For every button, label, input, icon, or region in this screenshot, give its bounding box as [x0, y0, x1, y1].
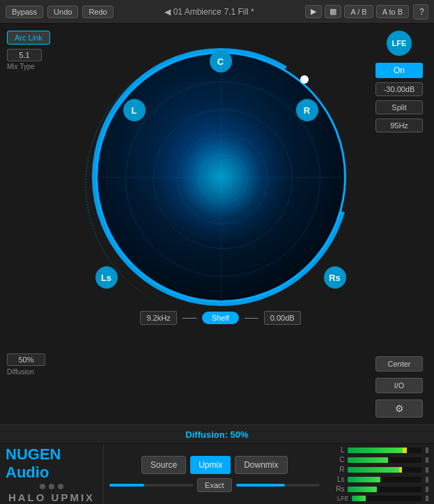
center-button[interactable]: Center — [375, 356, 423, 372]
logo-dot-1 — [40, 484, 45, 489]
speaker-l[interactable]: L — [123, 99, 146, 121]
meter-dot-LFE — [426, 496, 428, 501]
exact-row: Exact — [109, 478, 320, 492]
meter-row-R: R — [331, 466, 428, 473]
meter-label-Rs: Rs — [331, 485, 345, 493]
ab-button[interactable]: A / B — [344, 5, 373, 18]
undo-button[interactable]: Undo — [47, 6, 78, 18]
eq-freq[interactable]: 9.2kHz — [140, 311, 176, 325]
eq-line-left — [183, 318, 196, 319]
meter-row-C: C — [331, 456, 428, 464]
status-bar: Diffusion: 50% — [0, 425, 434, 444]
diffusion-label: Diffusion — [7, 368, 45, 376]
center-area: C — [77, 24, 364, 425]
logo-subtitle: HALO UPMIX — [8, 491, 95, 503]
lfe-split-button[interactable]: Split — [375, 100, 423, 114]
help-button[interactable]: ? — [413, 4, 428, 20]
mix-type-value[interactable]: 5.1 — [7, 49, 42, 61]
speaker-ls[interactable]: Ls — [95, 266, 118, 289]
meter-track-R — [348, 467, 421, 473]
arc-handle-dot[interactable] — [300, 75, 309, 84]
meter-track-Ls — [348, 477, 421, 482]
meter-fill-C — [348, 457, 389, 463]
meter-fill-Rs — [348, 487, 378, 492]
upmix-button[interactable]: Upmix — [190, 456, 231, 474]
logo-dot-3 — [58, 484, 63, 489]
lfe-value-button[interactable]: -30.00dB — [375, 82, 423, 96]
exact-slider-fill — [109, 484, 144, 487]
play-button[interactable]: ▶ — [305, 5, 322, 18]
logo-nugen: NU — [6, 445, 28, 463]
diffusion-section: 50% Diffusion — [7, 353, 45, 381]
status-text: Diffusion: 50% — [185, 429, 248, 440]
lfe-hz-button[interactable]: 95Hz — [375, 119, 423, 132]
meter-track-L — [348, 448, 421, 453]
speaker-c[interactable]: C — [210, 50, 232, 72]
gear-button[interactable]: ⚙ — [375, 399, 423, 418]
eq-gain[interactable]: 0.00dB — [264, 311, 301, 325]
meter-label-R: R — [331, 466, 345, 473]
mix-type-label: Mix Type — [7, 63, 42, 70]
meter-track-C — [348, 457, 421, 463]
bottom-panel: NUGEN Audio HALO UPMIX Source Upmix Down… — [0, 444, 434, 504]
top-bar: Bypass Undo Redo ◀ 01 Ambience 7.1 Fill … — [0, 0, 434, 24]
track-name: ◀ 01 Ambience 7.1 Fill * — [118, 7, 302, 17]
meter-row-Ls: Ls — [331, 475, 428, 483]
clip-button[interactable]: ▩ — [325, 5, 341, 18]
logo-audio: Audio — [6, 464, 49, 481]
meter-label-LFE: LFE — [331, 495, 349, 502]
redo-button[interactable]: Redo — [82, 6, 113, 18]
mix-type-section: 5.1 Mix Type — [7, 49, 42, 70]
speaker-rs[interactable]: Rs — [324, 266, 346, 289]
diffusion-value[interactable]: 50% — [7, 353, 45, 366]
arc-link-button[interactable]: Arc Link — [7, 31, 50, 45]
speaker-lfe[interactable]: LFE — [387, 31, 412, 56]
exact-slider[interactable] — [109, 484, 193, 487]
meter-fill-L — [348, 448, 403, 453]
meter-dot-L — [426, 448, 428, 453]
meter-row-LFE: LFE — [331, 495, 428, 502]
meter-track-Rs — [348, 487, 421, 492]
meter-fill-R-y — [399, 467, 402, 473]
source-section: Source Upmix Downmix Exact — [104, 444, 325, 504]
meter-track-LFE — [352, 496, 421, 501]
exact-slider-fill-right — [236, 484, 285, 487]
right-panel: LFE On -30.00dB Split 95Hz Center I/O ⚙ — [364, 24, 434, 425]
eq-line-right — [245, 318, 258, 319]
left-panel: Arc Link 5.1 Mix Type 50% Diffusion — [0, 24, 77, 425]
meter-fill-LFE — [352, 496, 366, 501]
meter-label-Ls: Ls — [331, 475, 345, 483]
meter-dot-C — [426, 457, 428, 463]
meter-fill-Ls — [348, 477, 381, 482]
downmix-button[interactable]: Downmix — [235, 456, 287, 474]
logo-dots — [40, 484, 63, 489]
meter-dot-R — [426, 467, 428, 473]
ab-buttons: ▶ ▩ A / B A to B — [305, 5, 409, 18]
source-buttons: Source Upmix Downmix — [141, 456, 287, 474]
meter-label-C: C — [331, 456, 345, 464]
bypass-button[interactable]: Bypass — [6, 6, 43, 18]
logo-gen: GEN — [28, 445, 61, 463]
radar-display: L R Ls Rs — [95, 52, 346, 303]
meter-fill-R — [348, 467, 400, 473]
source-button[interactable]: Source — [141, 456, 186, 474]
meter-dot-Rs — [426, 487, 428, 492]
meter-dot-Ls — [426, 477, 428, 482]
meter-fill-L-y — [403, 448, 406, 453]
meter-row-L: L — [331, 446, 428, 454]
svg-point-0 — [95, 51, 347, 303]
logo-section: NUGEN Audio HALO UPMIX — [0, 444, 104, 504]
radar-arc-svg — [92, 48, 350, 306]
meter-row-Rs: Rs — [331, 485, 428, 493]
main-content: Arc Link 5.1 Mix Type 50% Diffusion C — [0, 24, 434, 425]
io-button[interactable]: I/O — [375, 378, 423, 393]
logo-dot-2 — [49, 484, 54, 489]
atob-button[interactable]: A to B — [376, 5, 409, 18]
speaker-r[interactable]: R — [296, 99, 318, 121]
meter-label-L: L — [331, 446, 345, 454]
exact-slider-right[interactable] — [236, 484, 320, 487]
logo-text: NUGEN Audio — [6, 445, 98, 482]
lfe-on-button[interactable]: On — [375, 63, 423, 78]
meters-section: L C R Ls — [325, 444, 434, 504]
exact-button[interactable]: Exact — [197, 478, 232, 492]
